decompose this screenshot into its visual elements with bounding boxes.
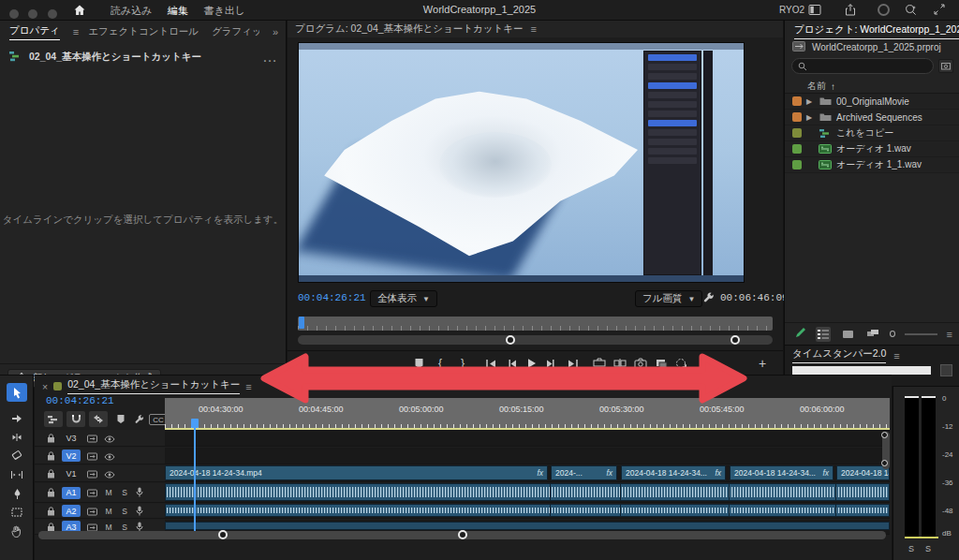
sync-lock-icon[interactable] bbox=[87, 484, 97, 501]
rectangle-tool[interactable] bbox=[7, 503, 27, 522]
workspace-icon[interactable] bbox=[808, 4, 821, 16]
lock-icon[interactable] bbox=[47, 484, 55, 501]
ripple-edit-tool[interactable] bbox=[7, 428, 27, 447]
program-mini-ruler[interactable] bbox=[298, 317, 773, 331]
label-chip[interactable] bbox=[792, 112, 802, 122]
scroll-handle-left[interactable] bbox=[506, 335, 515, 345]
sync-lock-icon[interactable] bbox=[87, 448, 97, 464]
add-marker-icon[interactable] bbox=[111, 411, 130, 427]
program-zoom-scrollbar[interactable] bbox=[298, 335, 773, 345]
label-chip[interactable] bbox=[792, 160, 802, 169]
search-bin-button[interactable] bbox=[938, 59, 953, 73]
timestamper-menu-icon[interactable]: ≡ bbox=[893, 350, 899, 361]
mic-icon[interactable] bbox=[136, 484, 143, 501]
track-v1[interactable]: 2024-04-18 14-24-34.mp4 fx 2024-... fx 2… bbox=[165, 465, 890, 482]
insert-icon[interactable] bbox=[653, 356, 670, 371]
playback-quality-dropdown[interactable]: フル画質 ▼ bbox=[635, 290, 702, 307]
lift-icon[interactable] bbox=[591, 356, 608, 371]
go-to-in-icon[interactable] bbox=[482, 356, 499, 371]
program-panel-title[interactable]: プログラム: 02_04_基本操作とショートカットキー bbox=[295, 22, 524, 36]
sequence-row-copy[interactable]: ▶ これをコピー bbox=[785, 125, 959, 141]
track-select-forward-tool[interactable] bbox=[7, 409, 27, 428]
scroll-handle-left[interactable] bbox=[218, 530, 228, 539]
eye-icon[interactable] bbox=[104, 465, 115, 482]
snap-magnet-icon[interactable] bbox=[66, 411, 85, 427]
track-header-v2[interactable]: V2 bbox=[35, 448, 165, 464]
timestamper-tool-button[interactable] bbox=[940, 364, 952, 376]
program-playhead[interactable] bbox=[299, 317, 304, 329]
tab-overflow-icon[interactable]: » bbox=[273, 26, 278, 37]
lock-icon[interactable] bbox=[47, 448, 55, 464]
user-badge[interactable]: RYO2 bbox=[779, 5, 804, 15]
fullscreen-icon[interactable] bbox=[933, 3, 946, 16]
zoom-level-dropdown[interactable]: 全体表示 ▼ bbox=[370, 290, 437, 307]
more-options-icon[interactable]: … bbox=[262, 49, 277, 66]
sync-lock-icon[interactable] bbox=[87, 503, 97, 520]
razor-tool[interactable] bbox=[7, 447, 27, 465]
tab-properties[interactable]: プロパティ bbox=[9, 24, 60, 40]
track-header-v3[interactable]: V3 bbox=[35, 430, 165, 447]
track-target-a1[interactable]: A1 bbox=[62, 487, 81, 499]
lock-icon[interactable] bbox=[47, 430, 55, 447]
step-forward-icon[interactable] bbox=[541, 356, 558, 371]
search-icon[interactable] bbox=[904, 3, 918, 17]
solo-button[interactable]: S bbox=[120, 523, 129, 532]
program-current-timecode[interactable]: 00:04:26:21 bbox=[298, 292, 366, 303]
mute-button[interactable]: M bbox=[104, 507, 113, 516]
mute-button[interactable]: M bbox=[104, 523, 113, 532]
track-v3[interactable] bbox=[165, 430, 890, 447]
tab-effect-controls[interactable]: エフェクトコントロール bbox=[88, 25, 199, 38]
zoom-slider-track[interactable] bbox=[905, 333, 937, 335]
video-clip[interactable]: 2024-04-18 14-24-34... fx bbox=[621, 465, 726, 480]
track-header-a2[interactable]: A2 M S bbox=[35, 504, 165, 519]
bin-row-archived-sequences[interactable]: ▶ Archived Sequences bbox=[785, 110, 959, 125]
project-file-row[interactable]: WorldCreatorpp_1_2025.prproj bbox=[792, 41, 941, 53]
selection-tool[interactable] bbox=[7, 383, 27, 402]
go-to-out-icon[interactable] bbox=[564, 356, 581, 371]
sync-lock-icon[interactable] bbox=[87, 465, 97, 482]
video-clip[interactable]: 2024-04-18 14-24... fx bbox=[836, 465, 890, 480]
automate-menu-icon[interactable]: ≡ bbox=[947, 329, 952, 340]
zoom-slider-knob[interactable] bbox=[890, 331, 895, 337]
audio-clip[interactable] bbox=[165, 483, 890, 501]
label-chip[interactable] bbox=[792, 128, 802, 138]
track-target-a2[interactable]: A2 bbox=[62, 505, 81, 517]
track-target-v1[interactable]: V1 bbox=[62, 467, 81, 479]
icon-view-button[interactable] bbox=[840, 327, 855, 342]
eye-icon[interactable] bbox=[104, 448, 115, 464]
writable-pen-icon[interactable] bbox=[794, 326, 806, 343]
meter-solo-right[interactable]: S bbox=[925, 544, 931, 553]
sync-lock-icon[interactable] bbox=[87, 430, 97, 447]
audio-clip[interactable] bbox=[165, 522, 890, 530]
mark-out-icon[interactable]: } bbox=[454, 356, 471, 371]
close-tab-icon[interactable]: × bbox=[42, 381, 48, 392]
project-panel-title[interactable]: プロジェクト: WorldCreatorpp_1_2025 bbox=[794, 23, 959, 39]
search-input[interactable] bbox=[791, 58, 934, 74]
mark-in-icon[interactable]: { bbox=[432, 356, 449, 371]
timeline-menu-icon[interactable]: ≡ bbox=[245, 381, 251, 392]
step-back-icon[interactable] bbox=[504, 356, 521, 371]
chevron-right-icon[interactable]: ▶ bbox=[806, 113, 814, 122]
video-clip[interactable]: 2024-04-18 14-24-34... fx bbox=[730, 465, 834, 480]
track-a1[interactable] bbox=[165, 483, 890, 503]
nest-sequence-icon[interactable] bbox=[44, 411, 63, 427]
mic-icon[interactable] bbox=[136, 503, 143, 520]
timeline-ruler[interactable]: 00:04:30:00 00:04:45:00 00:05:00:00 00:0… bbox=[165, 398, 890, 428]
timeline-current-timecode[interactable]: 00:04:26:21 bbox=[46, 395, 114, 406]
column-header-name[interactable]: 名前 ↑ bbox=[785, 80, 959, 94]
horizontal-scrollbar[interactable] bbox=[38, 531, 886, 539]
pen-tool[interactable] bbox=[7, 484, 27, 503]
slip-tool[interactable] bbox=[7, 465, 27, 484]
scroll-handle-right[interactable] bbox=[458, 530, 467, 539]
play-icon[interactable] bbox=[523, 356, 539, 371]
sequence-tab[interactable]: × 02_04_基本操作とショートカットキー ≡ bbox=[42, 378, 252, 394]
solo-button[interactable]: S bbox=[120, 507, 129, 516]
bin-row-originalmovie[interactable]: ▶ 00_OriginalMovie bbox=[785, 94, 959, 110]
settings-wrench-icon[interactable] bbox=[702, 291, 716, 308]
video-clip[interactable]: 2024-... fx bbox=[551, 465, 617, 480]
freeform-view-button[interactable] bbox=[865, 327, 880, 342]
timestamper-title[interactable]: タイムスタンパー2.0 bbox=[792, 347, 886, 363]
mute-button[interactable]: M bbox=[104, 488, 113, 497]
audio-row-1[interactable]: ▶ オーディオ 1.wav bbox=[785, 141, 959, 157]
playhead-line[interactable] bbox=[194, 419, 196, 531]
